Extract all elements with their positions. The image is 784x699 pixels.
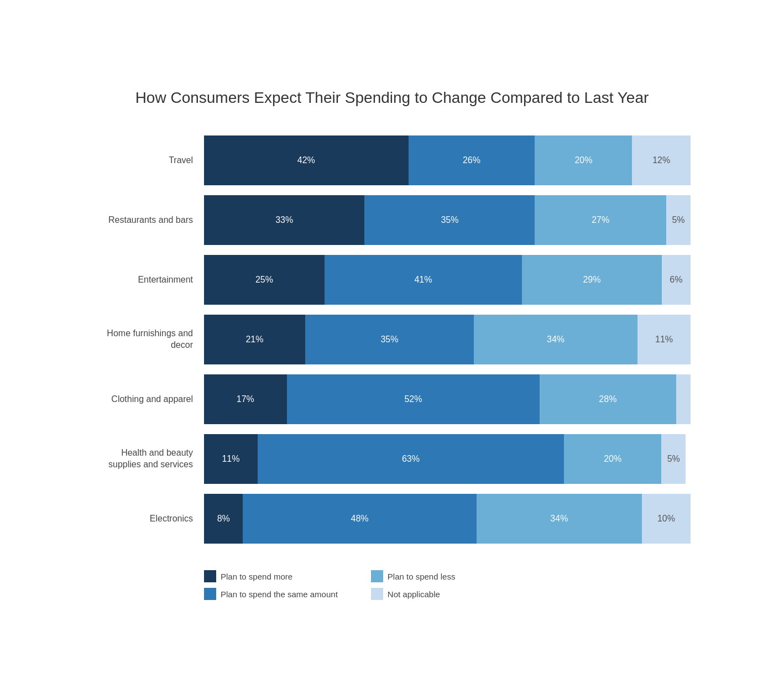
- bar-segment: 34%: [477, 494, 642, 544]
- bar-track: 11%63%20%5%: [204, 434, 691, 484]
- legend-item: Not applicable: [371, 588, 456, 600]
- bar-segment: 27%: [535, 195, 666, 245]
- bar-track: 25%41%29%6%: [204, 255, 691, 305]
- bar-segment: 35%: [364, 195, 535, 245]
- bar-track: 21%35%34%11%: [204, 315, 691, 364]
- bar-row: Electronics8%48%34%10%: [93, 494, 691, 544]
- bar-segment: 12%: [632, 135, 691, 185]
- bar-label: Entertainment: [93, 274, 204, 286]
- bar-segment: 63%: [258, 434, 564, 484]
- legend: Plan to spend morePlan to spend the same…: [93, 570, 691, 600]
- bar-segment: 17%: [204, 374, 287, 424]
- bar-segment: 6%: [662, 255, 691, 305]
- bar-track: 17%52%28%: [204, 374, 691, 424]
- bar-segment: 26%: [409, 135, 535, 185]
- bar-row: Clothing and apparel17%52%28%: [93, 374, 691, 424]
- bar-track: 33%35%27%5%: [204, 195, 691, 245]
- legend-swatch: [371, 570, 383, 582]
- bar-segment: 35%: [305, 315, 474, 364]
- bar-track: 42%26%20%12%: [204, 135, 691, 185]
- bar-label: Restaurants and bars: [93, 215, 204, 226]
- bar-track: 8%48%34%10%: [204, 494, 691, 544]
- bar-segment: 20%: [535, 135, 632, 185]
- bar-row: Entertainment25%41%29%6%: [93, 255, 691, 305]
- chart-area: Travel42%26%20%12%Restaurants and bars33…: [93, 135, 691, 554]
- bar-row: Travel42%26%20%12%: [93, 135, 691, 185]
- bar-label: Electronics: [93, 513, 204, 525]
- bar-segment: 5%: [666, 195, 691, 245]
- legend-label: Not applicable: [388, 590, 440, 599]
- bar-segment: 41%: [325, 255, 522, 305]
- bar-segment: [676, 374, 691, 424]
- bar-row: Home furnishings and decor21%35%34%11%: [93, 315, 691, 364]
- bar-label: Clothing and apparel: [93, 394, 204, 405]
- legend-item: Plan to spend more: [204, 570, 338, 582]
- legend-label: Plan to spend less: [388, 572, 456, 581]
- bar-segment: 25%: [204, 255, 325, 305]
- bar-segment: 33%: [204, 195, 364, 245]
- bar-label: Travel: [93, 155, 204, 166]
- bar-segment: 42%: [204, 135, 409, 185]
- bar-segment: 34%: [474, 315, 637, 364]
- bar-label: Home furnishings and decor: [93, 328, 204, 351]
- bar-segment: 10%: [642, 494, 691, 544]
- legend-swatch: [204, 588, 216, 600]
- bar-segment: 28%: [540, 374, 676, 424]
- legend-label: Plan to spend more: [221, 572, 292, 581]
- legend-label: Plan to spend the same amount: [221, 590, 338, 599]
- chart-container: How Consumers Expect Their Spending to C…: [60, 66, 724, 633]
- bar-row: Restaurants and bars33%35%27%5%: [93, 195, 691, 245]
- bar-segment: 11%: [637, 315, 691, 364]
- bar-segment: 29%: [522, 255, 662, 305]
- bar-row: Health and beauty supplies and services1…: [93, 434, 691, 484]
- bar-segment: 5%: [661, 434, 686, 484]
- chart-title: How Consumers Expect Their Spending to C…: [93, 88, 691, 108]
- bar-segment: 48%: [243, 494, 476, 544]
- legend-swatch: [204, 570, 216, 582]
- legend-swatch: [371, 588, 383, 600]
- bar-segment: 20%: [564, 434, 661, 484]
- bar-segment: 52%: [287, 374, 540, 424]
- legend-item: Plan to spend the same amount: [204, 588, 338, 600]
- bar-label: Health and beauty supplies and services: [93, 447, 204, 471]
- bar-segment: 11%: [204, 434, 258, 484]
- bar-segment: 8%: [204, 494, 243, 544]
- bar-segment: 21%: [204, 315, 305, 364]
- legend-item: Plan to spend less: [371, 570, 456, 582]
